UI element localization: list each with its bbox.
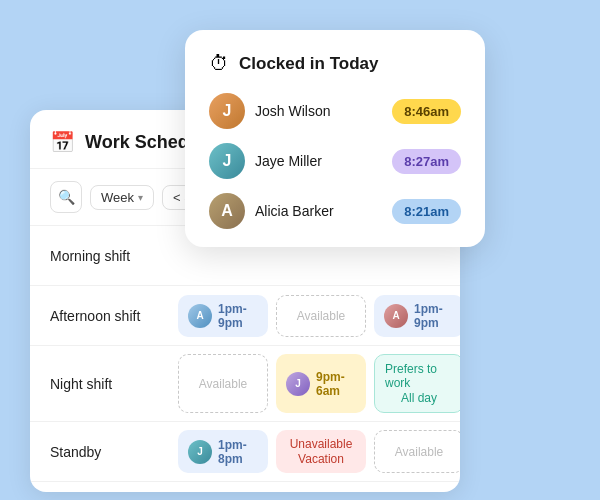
standby-cell-1[interactable]: J 1pm-8pm <box>178 430 268 473</box>
standby-cell-2[interactable]: Unavailable Vacation <box>276 430 366 473</box>
night-cell-3[interactable]: Prefers to work All day <box>374 354 460 413</box>
shift-time: 1pm-9pm <box>414 302 454 330</box>
afternoon-shift-label: Afternoon shift <box>30 298 170 334</box>
night-shift-row: Night shift Available J 9pm-6am Prefers … <box>30 346 460 422</box>
avatar-face: A <box>209 193 245 229</box>
available-label: Available <box>395 445 443 459</box>
avatar: A <box>209 193 245 229</box>
afternoon-cell-1[interactable]: A 1pm-9pm <box>178 295 268 337</box>
person-name: Jaye Miller <box>255 153 322 169</box>
afternoon-cell-3[interactable]: A 1pm-9pm <box>374 295 460 337</box>
clocked-person-row: J Josh Wilson 8:46am <box>209 93 461 129</box>
calendar-icon: 📅 <box>50 130 75 154</box>
avatar: J <box>209 143 245 179</box>
avatar: J <box>209 93 245 129</box>
timer-icon: ⏱ <box>209 52 229 75</box>
week-selector[interactable]: Week ▾ <box>90 185 154 210</box>
standby-cells: J 1pm-8pm Unavailable Vacation Available <box>170 422 460 481</box>
person-info: J Jaye Miller <box>209 143 322 179</box>
clocked-in-card: ⏱ Clocked in Today J Josh Wilson 8:46am … <box>185 30 485 247</box>
chevron-down-icon: ▾ <box>138 192 143 203</box>
night-shift-cells: Available J 9pm-6am Prefers to work All … <box>170 346 460 421</box>
night-cell-1[interactable]: Available <box>178 354 268 413</box>
time-badge: 8:46am <box>392 99 461 124</box>
time-badge: 8:21am <box>392 199 461 224</box>
person-info: A Alicia Barker <box>209 193 334 229</box>
avatar: J <box>286 372 310 396</box>
standby-label: Standby <box>30 434 170 470</box>
week-label: Week <box>101 190 134 205</box>
prefers-line2: All day <box>401 391 437 405</box>
avatar: A <box>384 304 408 328</box>
person-name: Josh Wilson <box>255 103 330 119</box>
clocked-in-title: Clocked in Today <box>239 54 379 74</box>
shift-time: 1pm-9pm <box>218 302 258 330</box>
afternoon-cell-2[interactable]: Available <box>276 295 366 337</box>
time-badge: 8:27am <box>392 149 461 174</box>
avatar: J <box>188 440 212 464</box>
afternoon-shift-row: Afternoon shift A 1pm-9pm Available A 1p… <box>30 286 460 346</box>
clocked-person-row: J Jaye Miller 8:27am <box>209 143 461 179</box>
avatar-face: J <box>209 143 245 179</box>
available-label: Available <box>297 309 345 323</box>
morning-shift-label: Morning shift <box>30 238 170 274</box>
standby-cell-3[interactable]: Available <box>374 430 460 473</box>
avatar-face: J <box>209 93 245 129</box>
unavailable-label: Unavailable <box>290 437 353 451</box>
person-name: Alicia Barker <box>255 203 334 219</box>
standby-row: Standby J 1pm-8pm Unavailable Vacation A… <box>30 422 460 482</box>
available-label: Available <box>199 377 247 391</box>
afternoon-shift-cells: A 1pm-9pm Available A 1pm-9pm <box>170 287 460 345</box>
clocked-in-header: ⏱ Clocked in Today <box>209 52 461 75</box>
shift-time: 9pm-6am <box>316 370 356 398</box>
person-info: J Josh Wilson <box>209 93 330 129</box>
shift-time: 1pm-8pm <box>218 438 258 466</box>
vacation-label: Vacation <box>298 452 344 466</box>
morning-shift-cells <box>170 248 186 264</box>
clocked-person-row: A Alicia Barker 8:21am <box>209 193 461 229</box>
night-cell-2[interactable]: J 9pm-6am <box>276 354 366 413</box>
avatar: A <box>188 304 212 328</box>
search-button[interactable]: 🔍 <box>50 181 82 213</box>
prefers-line1: Prefers to work <box>385 362 453 390</box>
night-shift-label: Night shift <box>30 366 170 402</box>
